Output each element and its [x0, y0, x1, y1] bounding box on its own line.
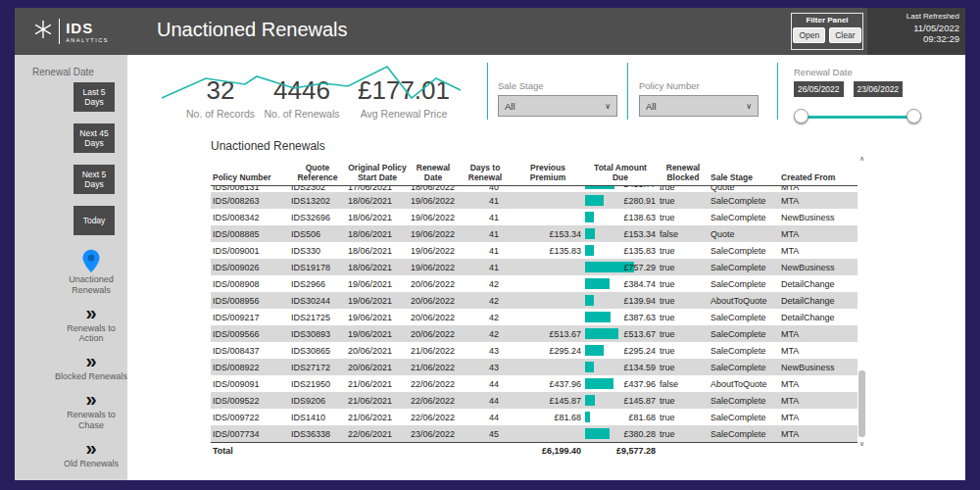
- table-row[interactable]: IDS/009217IDS2172519/06/202120/06/202242…: [211, 309, 858, 325]
- last-refreshed-date: 11/05/2022: [873, 23, 959, 33]
- sidebar-date-button-last-5-days[interactable]: Last 5 Days: [74, 82, 115, 112]
- cell-renewal-blocked: true: [658, 279, 709, 289]
- data-bar: [585, 186, 614, 189]
- cell-sale-stage: SaleComplete: [709, 413, 779, 422]
- cell-renewal-date: 19/06/2022: [409, 263, 458, 272]
- cell-days-to-renewal: 42: [458, 313, 513, 322]
- brand-name: IDS: [66, 21, 109, 35]
- table-row[interactable]: IDS/007734IDS3633822/06/202123/06/202245…: [211, 425, 858, 442]
- column-header[interactable]: Created From: [779, 173, 856, 183]
- table-row[interactable]: IDS/009001IDS33018/06/202119/06/202241£1…: [211, 242, 858, 259]
- filter-panel: Filter Panel Open Clear: [791, 13, 863, 50]
- cell-days-to-renewal: 42: [458, 279, 513, 289]
- cell-renewal-blocked: true: [658, 363, 709, 372]
- data-bar: [585, 278, 610, 289]
- renewal-date-buttons: Last 5 DaysNext 45 DaysNext 5 DaysToday: [74, 82, 115, 235]
- logo: IDS ANALYTICS: [15, 8, 127, 55]
- table-row[interactable]: IDS/009522IDS920621/06/202122/06/202244£…: [211, 392, 858, 409]
- column-header[interactable]: Sale Stage: [709, 173, 779, 183]
- cell-original-start-date: 19/06/2021: [346, 329, 409, 339]
- table-row[interactable]: IDS/008437IDS3086520/06/202121/06/202243…: [211, 342, 858, 359]
- column-header[interactable]: Previous Premium: [513, 164, 583, 183]
- cell-days-to-renewal: 42: [458, 296, 513, 306]
- slider-handle-end[interactable]: [906, 109, 921, 123]
- sidebar-item-blocked-renewals[interactable]: »Blocked Renewals: [55, 351, 127, 382]
- sidebar-item-unactioned-renewals[interactable]: Unactioned Renewals: [54, 249, 128, 296]
- cell-policy-number: IDS/009722: [211, 413, 289, 422]
- cell-total-amount-due: £513.67: [583, 325, 658, 342]
- cell-quote-reference: IDS330: [289, 246, 346, 256]
- cell-policy-number: IDS/008342: [211, 213, 289, 222]
- policy-number-dropdown[interactable]: All ∨: [639, 95, 759, 117]
- slider-handle-start[interactable]: [794, 109, 808, 123]
- cell-created-from: NewBusiness: [779, 363, 856, 372]
- column-header[interactable]: Policy Number: [211, 173, 289, 183]
- cell-quote-reference: IDS30865: [289, 346, 346, 356]
- table-row[interactable]: IDS/009566IDS3089319/06/202120/06/202242…: [211, 325, 858, 342]
- column-header[interactable]: Total Amount Due: [583, 164, 658, 183]
- cell-sale-stage: SaleComplete: [709, 363, 779, 372]
- table-row[interactable]: IDS/008342IDS3269618/06/202119/06/202241…: [211, 209, 858, 225]
- table-row[interactable]: IDS/008885IDS50618/06/202119/06/202241£1…: [211, 225, 858, 242]
- sale-stage-dropdown[interactable]: All ∨: [498, 95, 617, 117]
- table-row[interactable]: IDS/008956IDS3024419/06/202120/06/202242…: [211, 292, 858, 309]
- last-refreshed-label: Last Refreshed: [873, 12, 959, 21]
- scroll-up-icon[interactable]: ∧: [858, 155, 866, 162]
- scrollbar-thumb[interactable]: [858, 370, 865, 437]
- cell-total-amount-due: £280.91: [583, 192, 658, 209]
- sidebar-date-button-next-45-days[interactable]: Next 45 Days: [74, 123, 115, 153]
- table-row[interactable]: IDS/008908IDS296619/06/202120/06/202242£…: [211, 275, 858, 292]
- column-header[interactable]: Quote Reference: [289, 164, 346, 183]
- table-row[interactable]: IDS/008922IDS2717220/06/202121/06/202243…: [211, 359, 858, 375]
- divider: [487, 63, 488, 120]
- cell-days-to-renewal: 44: [458, 379, 513, 389]
- data-bar: [585, 212, 594, 222]
- sidebar-item-renewals-to-action[interactable]: »Renewals to Action: [54, 303, 128, 345]
- kpi-label: Avg Renewal Price: [340, 108, 467, 120]
- cell-sale-stage: SaleComplete: [709, 196, 779, 206]
- cell-original-start-date: 18/06/2021: [346, 196, 409, 206]
- end-date-chip[interactable]: 23/06/2022: [854, 81, 904, 97]
- table-row[interactable]: IDS/009722IDS141021/06/202122/06/202244£…: [211, 409, 858, 425]
- cell-sale-stage: AboutToQuote: [709, 296, 779, 306]
- column-header[interactable]: Original Policy Start Date: [346, 164, 409, 183]
- cell-created-from: MTA: [779, 329, 856, 339]
- cell-quote-reference: IDS19178: [289, 263, 346, 272]
- slider-track: [799, 116, 916, 119]
- sidebar-date-button-next-5-days[interactable]: Next 5 Days: [74, 165, 115, 194]
- cell-renewal-date: 22/06/2022: [409, 379, 458, 389]
- sidebar-section-label: Renewal Date: [32, 67, 94, 77]
- cell-created-from: MTA: [779, 429, 856, 439]
- cell-quote-reference: IDS27172: [289, 363, 346, 372]
- cell-renewal-blocked: true: [658, 346, 709, 356]
- sidebar-date-button-today[interactable]: Today: [74, 206, 115, 235]
- cell-renewal-blocked: true: [658, 186, 709, 192]
- slicer-label: Sale Stage: [498, 80, 617, 91]
- total-previous-premium: £6,199.40: [513, 446, 583, 456]
- cell-original-start-date: 19/06/2021: [346, 296, 409, 306]
- table-row[interactable]: IDS/008263IDS1320218/06/202119/06/202241…: [211, 192, 858, 209]
- sidebar-item-renewals-to-chase[interactable]: »Renewals to Chase: [54, 389, 128, 431]
- start-date-chip[interactable]: 26/05/2022: [794, 81, 844, 97]
- cell-quote-reference: IDS13202: [289, 196, 346, 206]
- cell-quote-reference: IDS21950: [289, 379, 346, 389]
- cell-days-to-renewal: 44: [458, 396, 513, 406]
- page-title: Unactioned Renewals: [157, 19, 348, 41]
- dropdown-value: All: [505, 101, 515, 112]
- cell-total-amount-due: £81.68: [583, 409, 658, 425]
- cell-previous-premium: £437.96: [513, 379, 583, 389]
- filter-open-button[interactable]: Open: [793, 27, 825, 43]
- scroll-down-icon[interactable]: ∨: [858, 440, 866, 447]
- cell-sale-stage: SaleComplete: [709, 213, 779, 222]
- filter-clear-button[interactable]: Clear: [829, 27, 860, 43]
- table-scrollbar[interactable]: ∧ ∨: [858, 155, 866, 447]
- column-header[interactable]: Renewal Blocked: [658, 164, 709, 183]
- column-header[interactable]: Renewal Date: [409, 164, 458, 183]
- table-row[interactable]: IDS/009091IDS2195021/06/202122/06/202244…: [211, 375, 858, 392]
- cell-created-from: MTA: [779, 396, 856, 406]
- column-header[interactable]: Days to Renewal: [458, 164, 513, 183]
- table-row[interactable]: IDS/009026IDS1917818/06/202119/06/202241…: [211, 259, 858, 275]
- cell-days-to-renewal: 41: [458, 213, 513, 222]
- sidebar-item-label: Unactioned Renewals: [54, 274, 128, 296]
- sidebar-item-old-renewals[interactable]: »Old Renewals: [64, 438, 119, 469]
